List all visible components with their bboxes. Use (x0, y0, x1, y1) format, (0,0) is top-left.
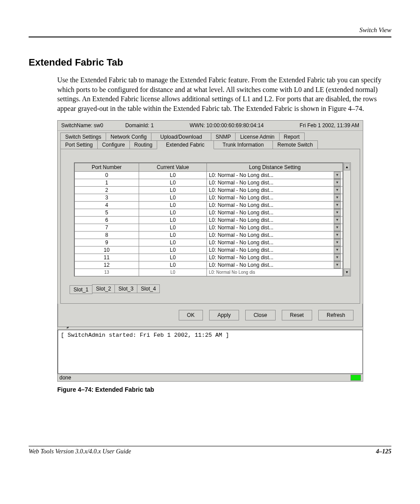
refresh-button[interactable]: Refresh (318, 310, 354, 320)
chevron-down-icon[interactable]: ▼ (334, 187, 341, 194)
slot-tab-slot-4[interactable]: Slot_4 (137, 284, 160, 293)
tab-routing[interactable]: Routing (129, 140, 157, 149)
slot-tabs: Slot_1Slot_2Slot_3Slot_4 (70, 284, 351, 293)
cell-partial: L0: Normal No Long dis (207, 269, 343, 276)
tab-network-config[interactable]: Network Config (106, 132, 151, 141)
wwn-value: 10:00:00:60:69:80:04:14 (206, 122, 264, 129)
tab-snmp[interactable]: SNMP (211, 132, 236, 141)
domain-id: DomainId: 1 (125, 122, 154, 129)
chevron-down-icon[interactable]: ▼ (334, 232, 341, 239)
table-row: 12L0L0: Normal - No Long dist...▼ (75, 261, 343, 269)
chevron-down-icon[interactable]: ▼ (334, 254, 341, 261)
slot-tab-slot-1[interactable]: Slot_1 (70, 285, 92, 294)
chevron-down-icon[interactable]: ▼ (334, 246, 341, 254)
table-row: 11L0L0: Normal - No Long dist...▼ (75, 254, 343, 261)
tab-port-setting[interactable]: Port Setting (60, 140, 98, 149)
slot-tab-slot-3[interactable]: Slot_3 (114, 284, 137, 293)
section-paragraph: Use the Extended Fabric tab to manage th… (57, 75, 391, 113)
reset-button[interactable]: Reset (282, 310, 312, 320)
tab-panel-extended-fabric: Port NumberCurrent ValueLong Distance Se… (60, 149, 360, 304)
chevron-down-icon[interactable]: ▼ (334, 261, 341, 269)
chevron-down-icon[interactable]: ▼ (334, 224, 341, 231)
cell-setting[interactable]: L0: Normal - No Long dist...▼ (207, 254, 343, 261)
chevron-down-icon[interactable]: ▼ (334, 179, 341, 186)
vertical-scrollbar[interactable]: ▲ ▼ (343, 162, 351, 276)
cell-setting[interactable]: L0: Normal - No Long dist...▼ (207, 179, 343, 187)
cell-setting[interactable]: L0: Normal - No Long dist...▼ (207, 194, 343, 202)
tab-configure[interactable]: Configure (97, 140, 130, 149)
cell-value: L0 (139, 202, 207, 209)
chevron-down-icon[interactable]: ▼ (334, 194, 341, 201)
dropdown-value: L0: Normal - No Long dist... (209, 224, 273, 231)
tabs-row-2: Port SettingConfigureRoutingExtended Fab… (60, 140, 360, 149)
cell-setting[interactable]: L0: Normal - No Long dist...▼ (207, 239, 343, 246)
cell-value: L0 (139, 209, 207, 217)
chevron-down-icon[interactable]: ▼ (334, 202, 341, 209)
cell-partial: 13 (75, 269, 139, 276)
chevron-down-icon[interactable]: ▼ (334, 209, 341, 216)
chevron-down-icon[interactable]: ▼ (334, 239, 341, 246)
cell-setting[interactable]: L0: Normal - No Long dist...▼ (207, 246, 343, 254)
table-row: 1L0L0: Normal - No Long dist...▼ (75, 179, 343, 187)
tab-switch-settings[interactable]: Switch Settings (60, 132, 106, 141)
slot-tab-slot-2[interactable]: Slot_2 (92, 284, 115, 293)
cell-setting[interactable]: L0: Normal - No Long dist...▼ (207, 209, 343, 217)
tabs-row-1: Switch SettingsNetwork ConfigUpload/Down… (60, 132, 360, 140)
cell-setting[interactable]: L0: Normal - No Long dist...▼ (207, 187, 343, 194)
cell-setting[interactable]: L0: Normal - No Long dist...▼ (207, 232, 343, 239)
status-text: done (59, 375, 71, 381)
wwn-label: WWN: (190, 122, 205, 129)
scroll-track[interactable] (343, 171, 350, 268)
scroll-down-icon[interactable]: ▼ (344, 269, 350, 276)
cell-value: L0 (139, 246, 207, 254)
table-row: 5L0L0: Normal - No Long dist...▼ (75, 209, 343, 217)
table-row: 7L0L0: Normal - No Long dist...▼ (75, 224, 343, 232)
cell-setting[interactable]: L0: Normal - No Long dist...▼ (207, 224, 343, 232)
cell-value: L0 (139, 261, 207, 269)
console-output: [ SwitchAdmin started: Fri Feb 1 2002, 1… (58, 330, 363, 374)
switch-name-label: SwitchName: (61, 122, 92, 129)
cell-setting[interactable]: L0: Normal - No Long dist...▼ (207, 202, 343, 209)
column-header: Port Number (75, 163, 139, 172)
dropdown-value: L0: Normal - No Long dist... (209, 194, 273, 201)
footer-right: 4–125 (376, 448, 391, 455)
cell-port: 7 (75, 224, 139, 232)
tab-upload-download[interactable]: Upload/Download (151, 132, 211, 141)
tab-remote-switch[interactable]: Remote Switch (273, 140, 318, 149)
table-row: 10L0L0: Normal - No Long dist...▼ (75, 246, 343, 254)
page-header-section: Switch View (29, 26, 391, 34)
ok-button[interactable]: OK (179, 310, 203, 320)
tab-report[interactable]: Report (279, 132, 305, 141)
cell-port: 5 (75, 209, 139, 217)
apply-button[interactable]: Apply (209, 310, 239, 320)
tab-license-admin[interactable]: License Admin (235, 132, 279, 141)
button-row: OKApplyCloseResetRefresh (58, 304, 363, 327)
cell-value: L0 (139, 254, 207, 261)
page-footer: Web Tools Version 3.0.x/4.0.x User Guide… (29, 446, 391, 455)
chevron-down-icon[interactable]: ▼ (334, 217, 341, 224)
cell-port: 9 (75, 239, 139, 246)
info-bar: SwitchName: sw0 DomainId: 1 WWN: 10:00:0… (58, 121, 363, 131)
scroll-up-icon[interactable]: ▲ (344, 163, 350, 170)
cell-setting[interactable]: L0: Normal - No Long dist...▼ (207, 172, 343, 179)
timestamp: Fri Feb 1 2002, 11:39 AM (300, 122, 359, 129)
close-button[interactable]: Close (245, 310, 276, 320)
cell-value: L0 (139, 179, 207, 187)
app-window: SwitchName: sw0 DomainId: 1 WWN: 10:00:0… (57, 120, 363, 382)
table-row: 2L0L0: Normal - No Long dist...▼ (75, 187, 343, 194)
cell-setting[interactable]: L0: Normal - No Long dist...▼ (207, 217, 343, 224)
domain-value: 1 (151, 122, 154, 129)
tab-extended-fabric[interactable]: Extended Fabric (157, 140, 214, 149)
header-rule (29, 37, 391, 37)
splitter-handle[interactable] (58, 327, 363, 330)
dropdown-value: L0: Normal - No Long dist... (209, 187, 273, 194)
switch-name: SwitchName: sw0 (61, 122, 103, 129)
cell-setting[interactable]: L0: Normal - No Long dist...▼ (207, 261, 343, 269)
cell-value: L0 (139, 172, 207, 179)
tab-trunk-information[interactable]: Trunk Information (214, 140, 273, 149)
chevron-down-icon[interactable]: ▼ (334, 172, 341, 179)
ports-table: Port NumberCurrent ValueLong Distance Se… (74, 162, 343, 276)
cell-port: 3 (75, 194, 139, 202)
table-row: 8L0L0: Normal - No Long dist...▼ (75, 232, 343, 239)
dropdown-value: L0: Normal - No Long dist... (209, 209, 273, 216)
